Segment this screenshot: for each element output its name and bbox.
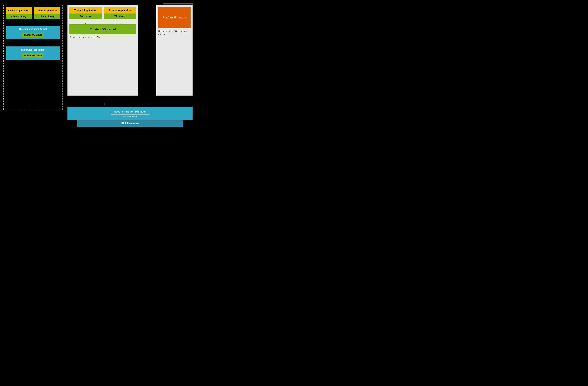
el3-bar: EL3 Firmware — [77, 120, 183, 127]
firmware-bar: ↓ ↓ Secure Partition Manager SEL2 Firmwa… — [67, 102, 192, 125]
secure-trusted-os-label: Secure partition with trusted OS — [69, 36, 136, 39]
trusted-os-kernel-box: Trusted OS Kernel — [69, 24, 136, 34]
normal-world-partition: Client Application Client Library Client… — [3, 5, 63, 110]
el3-label: EL3 Firmware — [122, 122, 139, 125]
secure-silicon-partition: Platform Firmware Secure partition Silic… — [156, 5, 192, 95]
ta-library-2: TA Library — [104, 14, 136, 19]
client-app-col-1: Client Application Client Library — [6, 7, 32, 19]
hypervisor-box: Hypervisor (optional) Trusted OS Driver — [6, 46, 60, 60]
trusted-apps-row: Trusted Application TA Library Trusted A… — [69, 7, 136, 19]
spm-label: Secure Partition Manager — [114, 110, 146, 113]
spm-bar: Secure Partition Manager SEL2 Firmware — [67, 107, 192, 120]
arrow-down-2: ↕ — [6, 39, 60, 44]
sel2-label: SEL2 Firmware — [123, 115, 137, 118]
trusted-application-1: Trusted Application — [69, 7, 102, 14]
diagram-container: Client Application Client Library Client… — [3, 3, 192, 125]
client-app-col-2: Client Application Client Library — [34, 7, 60, 19]
arrows-to-kernel: ↕ ↕ — [69, 21, 136, 24]
trusted-app-col-1: Trusted Application TA Library — [69, 7, 102, 19]
trusted-app-col-2: Trusted Application TA Library — [104, 7, 136, 19]
hypervisor-label: Hypervisor (optional) — [8, 48, 58, 51]
platform-firmware-box: Platform Firmware — [158, 7, 190, 28]
client-apps-row: Client Application Client Library Client… — [6, 7, 60, 19]
client-application-2: Client Application — [34, 7, 60, 14]
trusted-os-driver-2: Trusted OS Driver — [22, 53, 44, 58]
arrows-to-spm: ↓ ↓ — [67, 102, 192, 106]
trusted-application-2: Trusted Application — [104, 7, 136, 14]
secure-trusted-os-partition: Trusted Application TA Library Trusted A… — [67, 5, 138, 95]
trusted-os-driver-1: Trusted OS Driver — [22, 33, 44, 37]
spm-inner-box: Secure Partition Manager — [111, 109, 149, 114]
os-kernel-box: Operating System Kernel Trusted OS Drive… — [6, 26, 60, 39]
client-library-1: Client Library — [6, 14, 32, 19]
ta-library-1: TA Library — [69, 14, 102, 19]
os-kernel-label: Operating System Kernel — [8, 28, 58, 30]
client-application-1: Client Application — [6, 7, 32, 14]
arrow-down-1: ↕ — [6, 19, 60, 24]
secure-silicon-label: Secure partition Silicon vendor drivers — [158, 30, 190, 36]
client-library-2: Client Library — [34, 14, 60, 19]
